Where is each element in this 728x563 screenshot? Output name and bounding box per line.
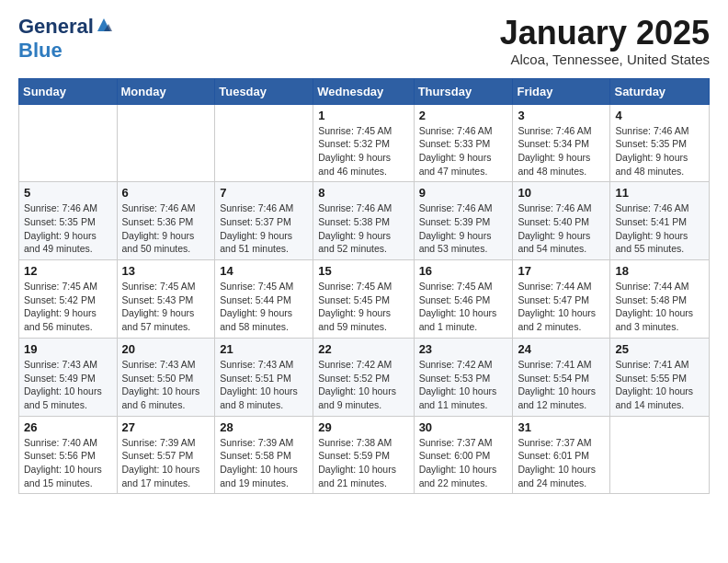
day-number: 28 [220,420,308,434]
day-info: Sunrise: 7:43 AM Sunset: 5:49 PM Dayligh… [24,358,112,412]
day-number: 10 [518,186,605,200]
title-block: January 2025 Alcoa, Tennessee, United St… [500,15,710,67]
day-cell [19,104,118,182]
day-number: 21 [220,342,308,356]
day-number: 25 [615,342,704,356]
logo-general: General [18,15,94,39]
day-cell: 3Sunrise: 7:46 AM Sunset: 5:34 PM Daylig… [513,104,610,182]
day-number: 4 [615,109,704,122]
weekday-header-monday: Monday [117,78,215,104]
day-info: Sunrise: 7:44 AM Sunset: 5:47 PM Dayligh… [518,280,605,334]
day-info: Sunrise: 7:45 AM Sunset: 5:44 PM Dayligh… [220,280,308,334]
day-info: Sunrise: 7:45 AM Sunset: 5:43 PM Dayligh… [122,280,210,334]
weekday-header-row: SundayMondayTuesdayWednesdayThursdayFrid… [19,78,710,104]
day-cell: 2Sunrise: 7:46 AM Sunset: 5:33 PM Daylig… [414,104,513,182]
day-number: 3 [518,109,605,122]
day-info: Sunrise: 7:46 AM Sunset: 5:35 PM Dayligh… [24,201,112,256]
day-info: Sunrise: 7:41 AM Sunset: 5:55 PM Dayligh… [615,358,704,412]
day-info: Sunrise: 7:37 AM Sunset: 6:01 PM Dayligh… [518,436,605,490]
day-info: Sunrise: 7:39 AM Sunset: 5:57 PM Dayligh… [122,436,210,490]
page: General Blue January 2025 Alcoa, Tenness… [0,0,728,509]
day-number: 18 [615,264,704,278]
logo-blue: Blue [18,39,63,63]
day-number: 12 [24,264,112,278]
day-info: Sunrise: 7:39 AM Sunset: 5:58 PM Dayligh… [220,436,308,490]
logo-icon [96,17,112,33]
day-number: 5 [24,186,112,200]
day-cell: 7Sunrise: 7:46 AM Sunset: 5:37 PM Daylig… [215,182,313,260]
day-cell: 6Sunrise: 7:46 AM Sunset: 5:36 PM Daylig… [117,182,215,260]
day-number: 26 [24,420,112,434]
day-info: Sunrise: 7:46 AM Sunset: 5:33 PM Dayligh… [419,124,508,178]
day-number: 16 [419,264,508,278]
day-cell: 17Sunrise: 7:44 AM Sunset: 5:47 PM Dayli… [513,260,610,339]
weekday-header-tuesday: Tuesday [215,78,313,104]
logo: General Blue [18,15,112,63]
day-cell: 22Sunrise: 7:42 AM Sunset: 5:52 PM Dayli… [313,338,414,416]
day-number: 11 [615,186,704,200]
day-info: Sunrise: 7:45 AM Sunset: 5:32 PM Dayligh… [318,124,408,178]
day-number: 7 [220,186,308,200]
day-number: 1 [318,109,408,122]
day-info: Sunrise: 7:44 AM Sunset: 5:48 PM Dayligh… [615,280,704,334]
day-cell: 31Sunrise: 7:37 AM Sunset: 6:01 PM Dayli… [513,416,610,494]
day-info: Sunrise: 7:46 AM Sunset: 5:40 PM Dayligh… [518,201,605,256]
day-cell: 10Sunrise: 7:46 AM Sunset: 5:40 PM Dayli… [513,182,610,260]
day-info: Sunrise: 7:40 AM Sunset: 5:56 PM Dayligh… [24,436,112,490]
day-number: 23 [419,342,508,356]
day-cell: 11Sunrise: 7:46 AM Sunset: 5:41 PM Dayli… [610,182,710,260]
day-number: 30 [419,420,508,434]
day-info: Sunrise: 7:38 AM Sunset: 5:59 PM Dayligh… [318,436,408,490]
day-cell: 20Sunrise: 7:43 AM Sunset: 5:50 PM Dayli… [117,338,215,416]
day-cell [610,416,710,494]
weekday-header-sunday: Sunday [19,78,118,104]
day-cell: 21Sunrise: 7:43 AM Sunset: 5:51 PM Dayli… [215,338,313,416]
day-cell: 18Sunrise: 7:44 AM Sunset: 5:48 PM Dayli… [610,260,710,339]
day-cell [215,104,313,182]
day-cell: 4Sunrise: 7:46 AM Sunset: 5:35 PM Daylig… [610,104,710,182]
header: General Blue January 2025 Alcoa, Tenness… [18,15,710,67]
day-info: Sunrise: 7:46 AM Sunset: 5:39 PM Dayligh… [419,201,508,256]
day-number: 29 [318,420,408,434]
day-cell: 25Sunrise: 7:41 AM Sunset: 5:55 PM Dayli… [610,338,710,416]
day-cell: 12Sunrise: 7:45 AM Sunset: 5:42 PM Dayli… [19,260,118,339]
calendar-table: SundayMondayTuesdayWednesdayThursdayFrid… [18,78,710,495]
day-cell: 24Sunrise: 7:41 AM Sunset: 5:54 PM Dayli… [513,338,610,416]
day-number: 13 [122,264,210,278]
day-cell: 23Sunrise: 7:42 AM Sunset: 5:53 PM Dayli… [414,338,513,416]
weekday-header-thursday: Thursday [414,78,513,104]
day-cell: 26Sunrise: 7:40 AM Sunset: 5:56 PM Dayli… [19,416,118,494]
day-cell: 28Sunrise: 7:39 AM Sunset: 5:58 PM Dayli… [215,416,313,494]
day-number: 9 [419,186,508,200]
day-number: 20 [122,342,210,356]
day-cell: 30Sunrise: 7:37 AM Sunset: 6:00 PM Dayli… [414,416,513,494]
day-number: 31 [518,420,605,434]
day-number: 22 [318,342,408,356]
day-info: Sunrise: 7:46 AM Sunset: 5:35 PM Dayligh… [615,124,704,178]
day-cell: 19Sunrise: 7:43 AM Sunset: 5:49 PM Dayli… [19,338,118,416]
day-info: Sunrise: 7:37 AM Sunset: 6:00 PM Dayligh… [419,436,508,490]
weekday-header-friday: Friday [513,78,610,104]
week-row-1: 5Sunrise: 7:46 AM Sunset: 5:35 PM Daylig… [19,182,710,260]
calendar-title: January 2025 [500,15,710,52]
day-cell: 15Sunrise: 7:45 AM Sunset: 5:45 PM Dayli… [313,260,414,339]
week-row-4: 26Sunrise: 7:40 AM Sunset: 5:56 PM Dayli… [19,416,710,494]
week-row-2: 12Sunrise: 7:45 AM Sunset: 5:42 PM Dayli… [19,260,710,339]
day-info: Sunrise: 7:45 AM Sunset: 5:45 PM Dayligh… [318,280,408,334]
day-cell: 16Sunrise: 7:45 AM Sunset: 5:46 PM Dayli… [414,260,513,339]
day-cell: 29Sunrise: 7:38 AM Sunset: 5:59 PM Dayli… [313,416,414,494]
weekday-header-saturday: Saturday [610,78,710,104]
day-cell: 1Sunrise: 7:45 AM Sunset: 5:32 PM Daylig… [313,104,414,182]
day-number: 2 [419,109,508,122]
weekday-header-wednesday: Wednesday [313,78,414,104]
day-number: 15 [318,264,408,278]
day-number: 8 [318,186,408,200]
day-number: 6 [122,186,210,200]
day-info: Sunrise: 7:46 AM Sunset: 5:34 PM Dayligh… [518,124,605,178]
day-info: Sunrise: 7:46 AM Sunset: 5:36 PM Dayligh… [122,201,210,256]
day-number: 17 [518,264,605,278]
week-row-0: 1Sunrise: 7:45 AM Sunset: 5:32 PM Daylig… [19,104,710,182]
week-row-3: 19Sunrise: 7:43 AM Sunset: 5:49 PM Dayli… [19,338,710,416]
day-info: Sunrise: 7:46 AM Sunset: 5:41 PM Dayligh… [615,201,704,256]
day-cell: 5Sunrise: 7:46 AM Sunset: 5:35 PM Daylig… [19,182,118,260]
